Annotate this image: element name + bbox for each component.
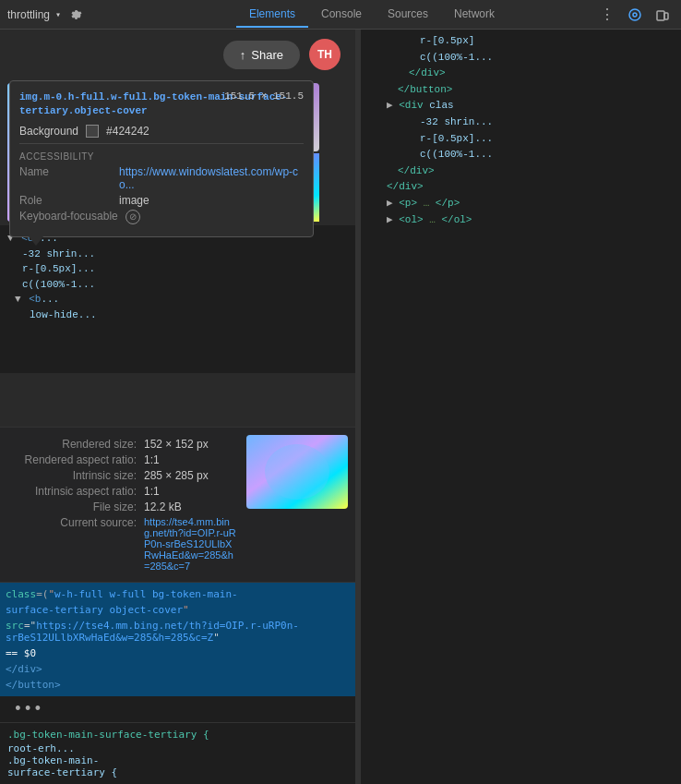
close-div-1: </div>	[6, 661, 350, 677]
file-size-value: 12.2 kB	[144, 501, 237, 513]
b-tag: <b	[29, 294, 41, 305]
image-preview-area: Rendered size: 152 × 152 px Rendered asp…	[0, 427, 355, 582]
code-right-line-7: r-[0.5px]...	[361, 131, 681, 148]
close-button-1: </button>	[6, 677, 350, 693]
tooltip-background-row: Background #424242	[19, 125, 304, 138]
share-icon: ↑	[240, 48, 246, 62]
tab-sources[interactable]: Sources	[375, 2, 441, 28]
dots-area: •••	[0, 696, 355, 722]
selected-code-line-3: src="https://tse4.mm.bing.net/th?id=OIP.…	[6, 618, 350, 645]
code-right-line-9: </div>	[361, 163, 681, 180]
code-line-3: r-[0.5px]...	[7, 261, 348, 277]
svg-rect-3	[664, 13, 668, 19]
background-color-hex: #424242	[106, 125, 149, 138]
tooltip-arrow	[29, 236, 43, 246]
triangle-icon-5: ▼	[15, 294, 21, 305]
dots-menu-button[interactable]: ⋮	[596, 4, 618, 26]
intrinsic-size-value: 285 × 285 px	[144, 469, 237, 482]
role-value: image	[119, 194, 304, 207]
rendered-size-label: Rendered size:	[7, 438, 137, 451]
code-line-5: ▼ <b...	[7, 292, 348, 308]
name-label: Name	[19, 165, 112, 178]
arrow-icon-11[interactable]: ▶	[387, 198, 393, 209]
devtools-tabs-bar: Elements Console Sources Network	[148, 2, 596, 28]
current-source-label: Current source:	[7, 516, 137, 572]
throttle-dropdown-arrow[interactable]: ▾	[55, 9, 61, 20]
throttle-label: throttling	[7, 8, 50, 21]
intrinsic-size-label: Intrinsic size:	[7, 469, 137, 482]
styles-prop2: .bg-token-main-	[7, 754, 348, 766]
class-tag-selected: class	[6, 588, 36, 600]
dots-icon[interactable]: •••	[7, 698, 48, 720]
image-preview-thumbnail	[246, 435, 348, 513]
selected-code-line-1: class=("w-h-full w-full bg-token-main-	[6, 586, 350, 602]
intrinsic-size-row: Intrinsic size: 285 × 285 px	[7, 469, 237, 482]
inspect-element-icon[interactable]	[624, 4, 646, 26]
top-bar-icons: ⋮	[596, 4, 681, 26]
intrinsic-aspect-label: Intrinsic aspect ratio:	[7, 485, 137, 498]
share-label: Share	[251, 48, 283, 62]
left-panel: ↑ Share TH img.m-0.h-full.w-full.bg-toke…	[0, 30, 355, 784]
device-toggle-icon[interactable]	[651, 4, 674, 26]
file-size-label: File size:	[7, 501, 137, 513]
code-right-line-8: c((100%-1...	[361, 147, 681, 163]
devtools-tabs: Elements Console Sources Network	[236, 2, 508, 28]
share-button[interactable]: ↑ Share	[223, 41, 300, 69]
accessibility-label: ACCESSIBILITY	[19, 151, 304, 162]
element-tooltip: img.m-0.h-full.w-full.bg-token-main-surf…	[9, 80, 314, 237]
code-line-4: c((100%-1...	[7, 277, 348, 293]
code-right-line-12: ▶ <ol> … </ol>	[361, 212, 681, 229]
code-line-6: low-hide...	[7, 308, 348, 323]
code-right-line-10: </div>	[361, 179, 681, 196]
src-val-selected: https://tse4.mm.bing.net/th?id=OIP.r-uRP…	[6, 620, 299, 644]
arrow-icon-12[interactable]: ▶	[387, 214, 393, 225]
arrow-icon-5[interactable]: ▶	[387, 100, 393, 111]
svg-point-1	[633, 13, 637, 17]
svg-rect-2	[657, 11, 664, 20]
tooltip-size: 151.5 × 151.5	[224, 90, 304, 102]
svg-point-0	[629, 9, 640, 20]
background-color-swatch	[86, 125, 99, 138]
code-right-line-2: c((100%-1...	[361, 50, 681, 66]
code-line-2: -32 shrin...	[7, 247, 348, 262]
styles-class-line: .bg-token-main-surface-tertiary {	[7, 729, 348, 741]
gear-icon[interactable]	[66, 6, 85, 24]
code-right-line-1: r-[0.5px]	[361, 33, 681, 50]
file-size-row: File size: 12.2 kB	[7, 501, 237, 513]
tab-network[interactable]: Network	[441, 2, 508, 28]
avatar: TH	[309, 39, 340, 70]
intrinsic-aspect-value: 1:1	[144, 485, 237, 498]
keyboard-focusable-icon: ⊘	[125, 210, 140, 224]
code-panel-left: ▼ <di... -32 shrin... r-[0.5px]... c((10…	[0, 225, 355, 373]
right-panel: r-[0.5px] c((100%-1... </div> </button> …	[361, 30, 681, 784]
current-source-row: Current source: https://tse4.mm.bing.net…	[7, 516, 237, 572]
tooltip-divider	[19, 143, 304, 144]
page-preview: ↑ Share TH img.m-0.h-full.w-full.bg-toke…	[0, 30, 355, 427]
code-right-line-6: -32 shrin...	[361, 115, 681, 131]
top-bar: throttling ▾ Elements Console Sources Ne…	[0, 0, 681, 30]
share-bar: ↑ Share TH	[0, 30, 355, 79]
equals-dollar: == $0	[6, 647, 36, 659]
tooltip-role-row: Role image	[19, 194, 304, 207]
main-area: ↑ Share TH img.m-0.h-full.w-full.bg-toke…	[0, 30, 681, 784]
selected-code-line-4: == $0	[6, 645, 350, 661]
tooltip-name-row: Name https://www.windowslatest.com/wp-co…	[19, 165, 304, 191]
tooltip-keyboard-row: Keyboard-focusable ⊘	[19, 210, 304, 224]
name-value: https://www.windowslatest.com/wp-co...	[119, 165, 304, 191]
styles-prop3: surface-tertiary {	[7, 766, 348, 778]
tab-elements[interactable]: Elements	[236, 2, 308, 28]
image-preview-content: Rendered size: 152 × 152 px Rendered asp…	[7, 435, 348, 574]
selected-code-area: class=("w-h-full w-full bg-token-main- s…	[0, 582, 355, 696]
styles-prop1: root-erh...	[7, 742, 348, 754]
right-styles-panel: .bg-token-main-surface-tertiary { root-e…	[0, 722, 355, 784]
current-source-value: https://tse4.mm.bing.net/th?id=OIP.r-uRP…	[144, 516, 237, 572]
code-right-line-4: </button>	[361, 82, 681, 99]
svg-point-9	[265, 444, 329, 500]
rendered-aspect-row: Rendered aspect ratio: 1:1	[7, 453, 237, 466]
code-right-line-11: ▶ <p> … </p>	[361, 196, 681, 212]
code-section: r-[0.5px] c((100%-1... </div> </button> …	[361, 30, 681, 784]
tab-console[interactable]: Console	[308, 2, 375, 28]
role-label: Role	[19, 194, 112, 207]
rendered-aspect-label: Rendered aspect ratio:	[7, 453, 137, 466]
src-attr-selected: src	[6, 620, 24, 632]
